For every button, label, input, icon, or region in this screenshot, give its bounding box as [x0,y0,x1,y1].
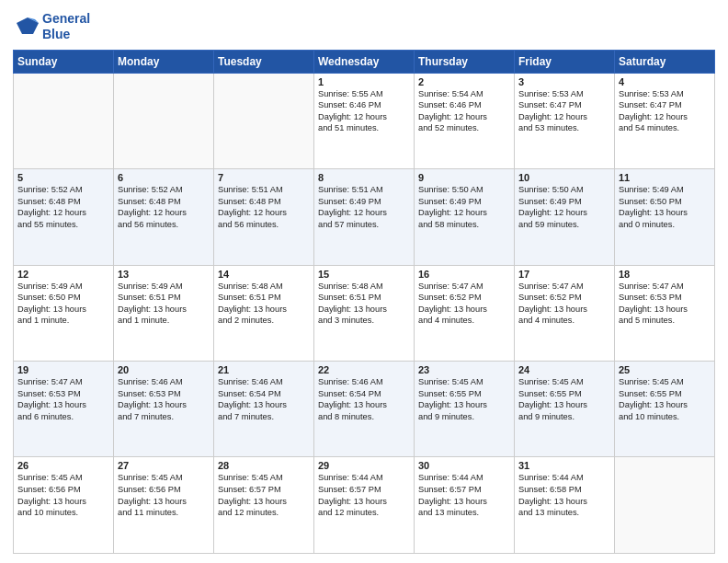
calendar-cell: 13Sunrise: 5:49 AM Sunset: 6:51 PM Dayli… [114,265,214,361]
calendar-cell: 17Sunrise: 5:47 AM Sunset: 6:52 PM Dayli… [515,265,615,361]
day-info: Sunrise: 5:53 AM Sunset: 6:47 PM Dayligh… [518,88,610,134]
logo-text: General Blue [42,11,90,42]
day-number: 13 [118,269,210,280]
day-number: 18 [619,269,711,280]
calendar-cell: 25Sunrise: 5:45 AM Sunset: 6:55 PM Dayli… [615,362,715,457]
calendar-cell: 28Sunrise: 5:45 AM Sunset: 6:57 PM Dayli… [214,457,314,554]
page: General Blue SundayMondayTuesdayWednesda… [0,0,728,563]
day-info: Sunrise: 5:51 AM Sunset: 6:48 PM Dayligh… [218,184,310,230]
calendar-cell: 22Sunrise: 5:46 AM Sunset: 6:54 PM Dayli… [314,362,415,457]
calendar-header-thursday: Thursday [415,50,515,73]
day-info: Sunrise: 5:48 AM Sunset: 6:51 PM Dayligh… [318,281,410,327]
calendar-cell: 1Sunrise: 5:55 AM Sunset: 6:46 PM Daylig… [314,73,415,168]
calendar-cell: 19Sunrise: 5:47 AM Sunset: 6:53 PM Dayli… [14,362,114,457]
calendar-cell: 15Sunrise: 5:48 AM Sunset: 6:51 PM Dayli… [314,265,415,361]
calendar-cell: 21Sunrise: 5:46 AM Sunset: 6:54 PM Dayli… [214,362,314,457]
day-info: Sunrise: 5:45 AM Sunset: 6:56 PM Dayligh… [17,472,109,518]
day-info: Sunrise: 5:53 AM Sunset: 6:47 PM Dayligh… [619,88,711,134]
day-number: 14 [218,269,310,280]
calendar-cell: 2Sunrise: 5:54 AM Sunset: 6:46 PM Daylig… [415,73,515,168]
calendar-cell: 4Sunrise: 5:53 AM Sunset: 6:47 PM Daylig… [615,73,715,168]
day-number: 30 [418,460,510,471]
day-info: Sunrise: 5:55 AM Sunset: 6:46 PM Dayligh… [318,88,410,134]
day-number: 24 [518,364,610,375]
calendar-cell: 8Sunrise: 5:51 AM Sunset: 6:49 PM Daylig… [314,169,415,265]
day-info: Sunrise: 5:50 AM Sunset: 6:49 PM Dayligh… [518,184,610,230]
day-number: 2 [418,76,510,87]
day-info: Sunrise: 5:46 AM Sunset: 6:53 PM Dayligh… [118,376,210,422]
day-number: 9 [418,172,510,183]
day-info: Sunrise: 5:47 AM Sunset: 6:52 PM Dayligh… [418,281,510,327]
day-number: 26 [17,460,109,471]
day-number: 1 [318,76,410,87]
calendar-week-row: 12Sunrise: 5:49 AM Sunset: 6:50 PM Dayli… [14,265,715,361]
calendar-cell: 5Sunrise: 5:52 AM Sunset: 6:48 PM Daylig… [14,169,114,265]
day-info: Sunrise: 5:47 AM Sunset: 6:52 PM Dayligh… [518,281,610,327]
day-number: 23 [418,364,510,375]
day-info: Sunrise: 5:54 AM Sunset: 6:46 PM Dayligh… [418,88,510,134]
calendar-week-row: 1Sunrise: 5:55 AM Sunset: 6:46 PM Daylig… [14,73,715,168]
day-number: 27 [118,460,210,471]
day-number: 21 [218,364,310,375]
calendar-cell [615,457,715,554]
day-info: Sunrise: 5:49 AM Sunset: 6:51 PM Dayligh… [118,281,210,327]
day-number: 10 [518,172,610,183]
day-info: Sunrise: 5:51 AM Sunset: 6:49 PM Dayligh… [318,184,410,230]
day-info: Sunrise: 5:49 AM Sunset: 6:50 PM Dayligh… [619,184,711,230]
calendar-header-saturday: Saturday [615,50,715,73]
calendar-cell: 6Sunrise: 5:52 AM Sunset: 6:48 PM Daylig… [114,169,214,265]
calendar-cell: 10Sunrise: 5:50 AM Sunset: 6:49 PM Dayli… [515,169,615,265]
header: General Blue [13,11,715,42]
calendar-cell: 31Sunrise: 5:44 AM Sunset: 6:58 PM Dayli… [515,457,615,554]
day-info: Sunrise: 5:45 AM Sunset: 6:56 PM Dayligh… [118,472,210,518]
calendar-cell: 26Sunrise: 5:45 AM Sunset: 6:56 PM Dayli… [14,457,114,554]
day-info: Sunrise: 5:44 AM Sunset: 6:57 PM Dayligh… [318,472,410,518]
calendar-header-friday: Friday [515,50,615,73]
day-info: Sunrise: 5:45 AM Sunset: 6:57 PM Dayligh… [218,472,310,518]
day-info: Sunrise: 5:52 AM Sunset: 6:48 PM Dayligh… [17,184,109,230]
day-info: Sunrise: 5:48 AM Sunset: 6:51 PM Dayligh… [218,281,310,327]
calendar-cell: 18Sunrise: 5:47 AM Sunset: 6:53 PM Dayli… [615,265,715,361]
day-info: Sunrise: 5:45 AM Sunset: 6:55 PM Dayligh… [518,376,610,422]
day-info: Sunrise: 5:52 AM Sunset: 6:48 PM Dayligh… [118,184,210,230]
calendar-cell: 30Sunrise: 5:44 AM Sunset: 6:57 PM Dayli… [415,457,515,554]
calendar-cell [114,73,214,168]
calendar-cell: 24Sunrise: 5:45 AM Sunset: 6:55 PM Dayli… [515,362,615,457]
day-info: Sunrise: 5:45 AM Sunset: 6:55 PM Dayligh… [619,376,711,422]
calendar-header-monday: Monday [114,50,214,73]
day-number: 15 [318,269,410,280]
day-number: 3 [518,76,610,87]
calendar-cell [214,73,314,168]
calendar-table: SundayMondayTuesdayWednesdayThursdayFrid… [13,50,715,554]
day-info: Sunrise: 5:46 AM Sunset: 6:54 PM Dayligh… [318,376,410,422]
calendar-cell: 12Sunrise: 5:49 AM Sunset: 6:50 PM Dayli… [14,265,114,361]
day-info: Sunrise: 5:49 AM Sunset: 6:50 PM Dayligh… [17,281,109,327]
calendar-cell: 9Sunrise: 5:50 AM Sunset: 6:49 PM Daylig… [415,169,515,265]
calendar-cell: 20Sunrise: 5:46 AM Sunset: 6:53 PM Dayli… [114,362,214,457]
day-info: Sunrise: 5:44 AM Sunset: 6:57 PM Dayligh… [418,472,510,518]
calendar-cell: 11Sunrise: 5:49 AM Sunset: 6:50 PM Dayli… [615,169,715,265]
calendar-cell: 16Sunrise: 5:47 AM Sunset: 6:52 PM Dayli… [415,265,515,361]
day-number: 17 [518,269,610,280]
calendar-header-tuesday: Tuesday [214,50,314,73]
day-number: 4 [619,76,711,87]
day-info: Sunrise: 5:45 AM Sunset: 6:55 PM Dayligh… [418,376,510,422]
day-number: 6 [118,172,210,183]
calendar-cell: 14Sunrise: 5:48 AM Sunset: 6:51 PM Dayli… [214,265,314,361]
calendar-cell: 7Sunrise: 5:51 AM Sunset: 6:48 PM Daylig… [214,169,314,265]
calendar-cell: 3Sunrise: 5:53 AM Sunset: 6:47 PM Daylig… [515,73,615,168]
day-info: Sunrise: 5:46 AM Sunset: 6:54 PM Dayligh… [218,376,310,422]
day-number: 28 [218,460,310,471]
day-number: 8 [318,172,410,183]
calendar-cell: 27Sunrise: 5:45 AM Sunset: 6:56 PM Dayli… [114,457,214,554]
day-number: 25 [619,364,711,375]
calendar-cell: 23Sunrise: 5:45 AM Sunset: 6:55 PM Dayli… [415,362,515,457]
day-number: 16 [418,269,510,280]
day-number: 7 [218,172,310,183]
day-number: 22 [318,364,410,375]
calendar-header-row: SundayMondayTuesdayWednesdayThursdayFrid… [14,50,715,73]
logo-icon [13,14,39,40]
calendar-week-row: 19Sunrise: 5:47 AM Sunset: 6:53 PM Dayli… [14,362,715,457]
calendar-week-row: 26Sunrise: 5:45 AM Sunset: 6:56 PM Dayli… [14,457,715,554]
day-info: Sunrise: 5:50 AM Sunset: 6:49 PM Dayligh… [418,184,510,230]
